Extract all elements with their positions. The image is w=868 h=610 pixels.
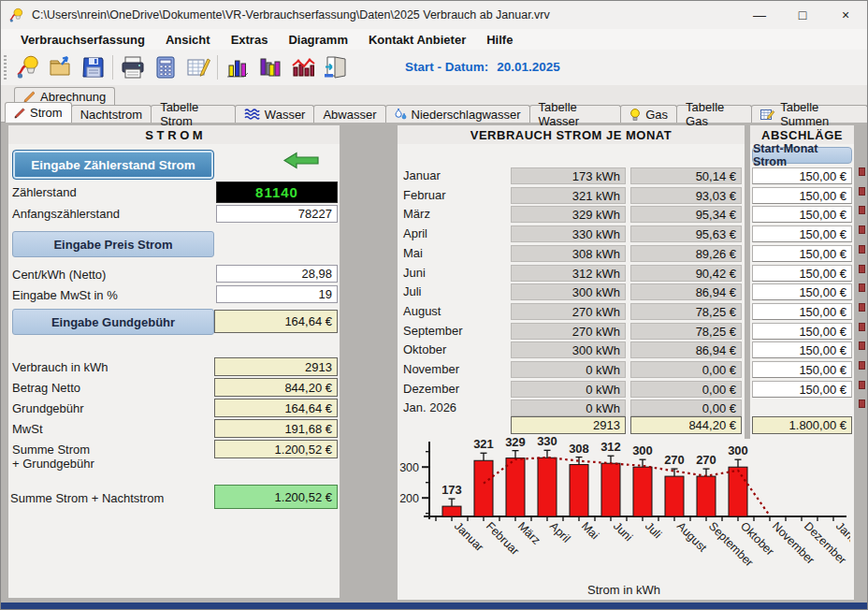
save-icon[interactable] [77, 52, 109, 82]
menu-ansicht[interactable]: Ansicht [155, 29, 221, 50]
gundgebuehr-value: 164,64 € [214, 310, 338, 333]
tab-label: Tabelle Strom [160, 100, 226, 128]
tab-niederschlagwasser[interactable]: Niederschlagwasser [385, 105, 530, 123]
tab-label: Gas [645, 108, 668, 122]
zaehlerstand-display: 81140 [216, 182, 338, 203]
month-kwh-value: 300 kWh [511, 341, 626, 358]
tab-tabelle-strom[interactable]: Tabelle Strom [151, 105, 236, 123]
edge-mark [859, 381, 865, 389]
eingabe-preis-button[interactable]: Eingabe Preis Strom [12, 231, 214, 257]
mwst-input[interactable]: 19 [216, 285, 338, 303]
svg-text:Februar: Februar [484, 519, 522, 558]
edge-mark [859, 225, 865, 234]
menu-verbrauchserfassung[interactable]: Verbrauchserfassung [10, 29, 155, 50]
chart-bars-colored-icon[interactable] [253, 52, 286, 82]
month-label-april: April [403, 226, 427, 240]
start-date-value: 20.01.2025 [497, 60, 560, 74]
strom-header: S T R O M [8, 125, 340, 144]
abschlag-input[interactable]: 150,00 € [752, 225, 852, 242]
edge-mark [859, 283, 865, 292]
menu-hilfe[interactable]: Hilfe [476, 29, 523, 50]
edge-mark [859, 323, 865, 331]
eingabe-gundgebuehr-button[interactable]: Eingabe Gundgebühr [12, 309, 214, 335]
calculator-icon[interactable] [149, 52, 181, 82]
table-edit-icon[interactable] [181, 52, 214, 82]
tab-label: Wasser [265, 108, 306, 122]
svg-text:330: 330 [537, 436, 557, 448]
open-file-icon[interactable] [44, 52, 77, 82]
month-label-september: September [403, 324, 463, 338]
mwst-value: 191,68 € [214, 419, 338, 438]
menu-extras[interactable]: Extras [221, 29, 279, 50]
tab-wasser[interactable]: Wasser [235, 105, 315, 123]
tab-label: Tabelle Gas [686, 100, 743, 128]
abschlag-input[interactable]: 150,00 € [752, 245, 852, 262]
month-kwh-value: 0 kWh [511, 399, 626, 416]
new-entry-icon[interactable] [11, 52, 44, 82]
verbrauch-in-kwh-label: Verbrauch in kWh [12, 360, 108, 374]
month-label-februar: Februar [403, 188, 446, 202]
month-kwh-value: 321 kWh [511, 187, 626, 204]
svg-text:270: 270 [664, 453, 685, 467]
pencil-orange-icon [23, 91, 36, 103]
abschlag-input[interactable]: 150,00 € [752, 381, 852, 398]
svg-text:312: 312 [600, 440, 621, 454]
svg-text:200: 200 [399, 492, 419, 505]
abschlag-input[interactable]: 150,00 € [752, 303, 852, 320]
tab-tabelle-gas[interactable]: Tabelle Gas [676, 105, 752, 123]
abschlag-input[interactable]: 150,00 € [752, 167, 852, 184]
chart-line-icon[interactable] [286, 52, 319, 82]
strom-chart: 200300173321329330308312300270270300Janu… [399, 436, 850, 600]
abschlaege-header: ABSCHLÄGE [750, 125, 854, 144]
month-eur-value: 0,00 € [630, 399, 742, 416]
month-label-oktober: Oktober [403, 342, 446, 356]
month-kwh-value: 330 kWh [511, 225, 626, 242]
cent-kwh-input[interactable]: 28,98 [216, 265, 338, 283]
month-kwh-value: 329 kWh [511, 206, 626, 223]
tab-abwasser[interactable]: Abwasser [313, 105, 385, 123]
eingabe-zaehlerstand-button[interactable]: Eingabe Zählerstand Strom [12, 150, 214, 180]
month-label-juli: Juli [403, 284, 422, 298]
panel-gap [745, 125, 750, 439]
chart-bars-icon[interactable] [221, 52, 253, 82]
abschlag-input[interactable]: 150,00 € [752, 341, 852, 358]
abschlag-input[interactable]: 150,00 € [752, 323, 852, 340]
tab-tabelle-wasser[interactable]: Tabelle Wasser [529, 105, 622, 123]
exit-icon[interactable] [319, 52, 352, 82]
menu-kontakt-anbieter[interactable]: Kontakt Anbieter [358, 29, 476, 50]
month-label-juni: Juni [403, 266, 426, 280]
abschlag-input[interactable]: 150,00 € [752, 206, 852, 223]
svg-text:August: August [674, 519, 710, 555]
cent-kwh-label: Cent/kWh (Netto) [12, 268, 106, 282]
tab-label: Tabelle Wasser [539, 100, 613, 128]
abschlag-input[interactable]: 150,00 € [752, 265, 852, 282]
menu-diagramm[interactable]: Diagramm [278, 29, 358, 50]
start-monat-strom-button[interactable]: Start-Monat Strom [752, 147, 852, 164]
month-eur-value: 78,25 € [630, 303, 742, 320]
mwst-label: MwSt [12, 422, 43, 436]
betrag-netto-label: Betrag Netto [12, 381, 80, 395]
abschlag-input[interactable]: 150,00 € [752, 361, 852, 378]
abschlag-input[interactable]: 150,00 € [752, 283, 852, 300]
anfangszaehlerstand-input[interactable]: 78227 [216, 205, 338, 223]
tab-gas[interactable]: Gas [620, 105, 677, 123]
menu-bar: VerbrauchserfassungAnsichtExtrasDiagramm… [1, 29, 867, 50]
abschlag-input[interactable]: 150,00 € [752, 187, 852, 204]
total-kwh-value: 2913 [511, 416, 626, 434]
toolbar-grip [4, 55, 7, 80]
svg-text:April: April [547, 519, 573, 545]
month-kwh-value: 312 kWh [511, 265, 626, 282]
tab-strom[interactable]: Strom [5, 102, 72, 123]
minimize-button[interactable]: — [738, 1, 781, 29]
svg-text:Januar: Januar [452, 519, 486, 554]
summe-nachtstrom-value: 1.200,52 € [214, 485, 338, 509]
close-button[interactable]: × [824, 1, 867, 29]
print-icon[interactable] [116, 52, 149, 82]
tab-tabelle-summen[interactable]: Tabelle Summen [751, 105, 868, 123]
svg-text:173: 173 [441, 483, 462, 497]
month-label-jan-2026: Jan. 2026 [403, 400, 456, 414]
maximize-button[interactable]: □ [781, 1, 824, 29]
tab-strip: Abrechnung StromNachtstromTabelle StromW… [1, 85, 867, 123]
month-eur-value: 86,94 € [630, 341, 742, 358]
tab-nachtstrom[interactable]: Nachtstrom [71, 105, 152, 123]
